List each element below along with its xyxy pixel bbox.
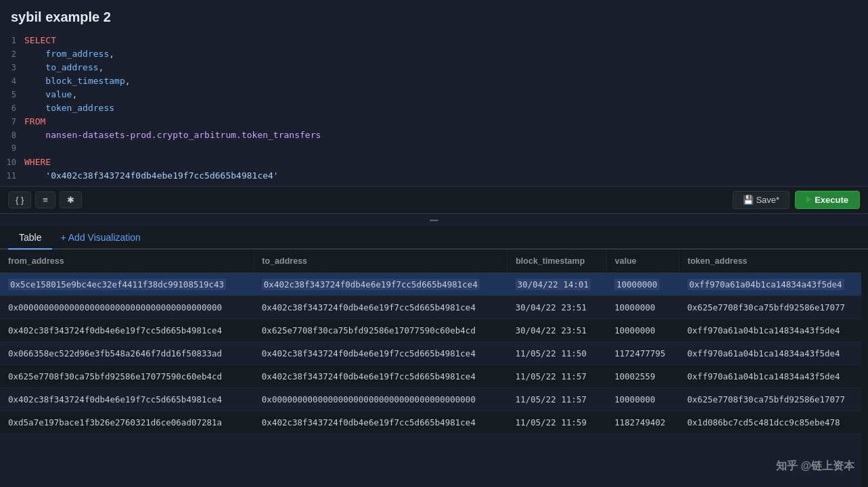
col-token-address: token_address — [679, 250, 868, 273]
line-content: FROM — [24, 116, 45, 126]
line-number: 10 — [0, 158, 24, 167]
line-content: '0x402c38f343724f0db4ebe19f7cc5d665b4981… — [24, 170, 279, 181]
table-row[interactable]: 0xd5a7e197bace1f3b26e2760321d6ce06ad0728… — [0, 411, 868, 434]
vertical-scrollbar[interactable] — [861, 250, 868, 487]
code-line-4: 4 block_timestamp, — [0, 75, 868, 89]
line-content: SELECT — [24, 35, 56, 45]
cell-block_timestamp: 11/05/22 11:57 — [507, 365, 607, 388]
cell-token_address: 0xff970a61a04b1ca14834a43f5de4 — [679, 365, 868, 388]
toolbar-right: 💾 Save* Execute — [733, 191, 860, 209]
results-tabs: Table + Add Visualization — [0, 227, 868, 250]
cell-to_address: 0x625e7708f30ca75bfd92586e17077590c60eb4… — [254, 319, 507, 342]
toolbar: { } ≡ ✱ 💾 Save* Execute — [0, 187, 868, 214]
table-body: 0x5ce158015e9bc4ec32ef4411f38dc99108519c… — [0, 273, 868, 434]
line-number: 4 — [0, 76, 24, 86]
cell-value: 10000000 — [606, 388, 679, 411]
cell-value: 1182749402 — [606, 411, 679, 434]
line-number: 5 — [0, 90, 24, 99]
cell-block_timestamp: 11/05/22 11:57 — [507, 388, 607, 411]
cell-value: 10002559 — [606, 365, 679, 388]
code-line-6: 6 token_address — [0, 102, 868, 116]
table-header-row: from_address to_address block_timestamp … — [0, 250, 868, 273]
table-area[interactable]: from_address to_address block_timestamp … — [0, 250, 868, 487]
add-visualization-button[interactable]: + Add Visualization — [52, 227, 148, 248]
line-number: 7 — [0, 117, 24, 126]
code-line-7: 7FROM — [0, 116, 868, 129]
cell-token_address: 0x625e7708f30ca75bfd92586e17077 — [679, 388, 868, 411]
code-line-2: 2 from_address, — [0, 48, 868, 62]
cell-from_address: 0x625e7708f30ca75bfd92586e17077590c60eb4… — [0, 365, 254, 388]
cell-token_address: 0xff970a61a04b1ca14834a43f5de4 — [679, 342, 868, 365]
line-number: 11 — [0, 171, 24, 181]
col-from-address: from_address — [0, 250, 254, 273]
execute-label: Execute — [815, 195, 848, 205]
col-block-timestamp: block_timestamp — [507, 250, 607, 273]
line-content: value, — [24, 89, 77, 99]
cell-token_address: 0xff970a61a04b1ca14834a43f5de4 — [679, 273, 868, 296]
cell-block_timestamp: 11/05/22 11:50 — [507, 342, 607, 365]
tab-table[interactable]: Table — [8, 227, 52, 250]
line-number: 3 — [0, 63, 24, 72]
table-row[interactable]: 0x066358ec522d96e3fb548a2646f7dd16f50833… — [0, 342, 868, 365]
cell-value: 10000000 — [606, 273, 679, 296]
cell-from_address: 0x402c38f343724f0db4e6e19f7cc5d665b4981c… — [0, 319, 254, 342]
cell-from_address: 0x402c38f343724f0db4e6e19f7cc5d665b4981c… — [0, 388, 254, 411]
cell-token_address: 0x1d086bc7cd5c481dcc9c85ebe478 — [679, 411, 868, 434]
line-number: 2 — [0, 49, 24, 59]
line-content: WHERE — [24, 157, 51, 167]
cell-to_address: 0x402c38f343724f0db4e6e19f7cc5d665b4981c… — [254, 411, 507, 434]
format-list-button[interactable]: ≡ — [35, 191, 55, 208]
cell-block_timestamp: 30/04/22 23:51 — [507, 319, 607, 342]
cell-block_timestamp: 30/04/22 14:01 — [507, 273, 607, 296]
line-number: 6 — [0, 103, 24, 113]
cell-to_address: 0x402c38f343724f0db4e6e19f7cc5d665b4981c… — [254, 365, 507, 388]
watermark: 知乎 @链上资本 — [776, 459, 854, 473]
code-line-1: 1SELECT — [0, 34, 868, 48]
cell-to_address: 0x402c38f343724f0db4e6e19f7cc5d665b4981c… — [254, 342, 507, 365]
cell-value: 1172477795 — [606, 342, 679, 365]
line-content: nansen-datasets-prod.crypto_arbitrum.tok… — [24, 130, 321, 140]
cell-from_address: 0x5ce158015e9bc4ec32ef4411f38dc99108519c… — [0, 273, 254, 296]
cell-to_address: 0x402c38f343724f0db4e6e19f7cc5d665b4981c… — [254, 296, 507, 319]
table-row[interactable]: 0x00000000000000000000000000000000000000… — [0, 296, 868, 319]
toolbar-left: { } ≡ ✱ — [8, 191, 82, 208]
col-to-address: to_address — [254, 250, 507, 273]
code-line-9: 9 — [0, 143, 868, 156]
line-number: 9 — [0, 143, 24, 153]
cell-to_address: 0x00000000000000000000000000000000000000… — [254, 388, 507, 411]
code-line-8: 8 nansen-datasets-prod.crypto_arbitrum.t… — [0, 129, 868, 143]
cell-block_timestamp: 30/04/22 23:51 — [507, 296, 607, 319]
drag-handle[interactable]: ━━ — [0, 214, 868, 227]
cell-from_address: 0x066358ec522d96e3fb548a2646f7dd16f50833… — [0, 342, 254, 365]
execute-icon — [806, 196, 812, 203]
cell-value: 10000000 — [606, 319, 679, 342]
format-star-button[interactable]: ✱ — [60, 191, 82, 208]
save-icon: 💾 — [743, 195, 754, 205]
table-row[interactable]: 0x402c38f343724f0db4e6e19f7cc5d665b4981c… — [0, 319, 868, 342]
page-title: sybil example 2 — [0, 0, 868, 32]
code-line-11: 11 '0x402c38f343724f0db4ebe19f7cc5d665b4… — [0, 170, 868, 183]
line-content: token_address — [24, 103, 114, 113]
cell-token_address: 0xff970a61a04b1ca14834a43f5de4 — [679, 319, 868, 342]
code-lines: 1SELECT2 from_address,3 to_address,4 blo… — [0, 32, 868, 186]
line-content: from_address, — [24, 49, 114, 59]
code-line-5: 5 value, — [0, 89, 868, 102]
table-row[interactable]: 0x5ce158015e9bc4ec32ef4411f38dc99108519c… — [0, 273, 868, 296]
line-number: 8 — [0, 131, 24, 140]
cell-from_address: 0x00000000000000000000000000000000000000… — [0, 296, 254, 319]
format-json-button[interactable]: { } — [8, 191, 31, 208]
line-content: block_timestamp, — [24, 76, 131, 86]
code-line-3: 3 to_address, — [0, 62, 868, 75]
save-button[interactable]: 💾 Save* — [733, 191, 790, 209]
cell-value: 10000000 — [606, 296, 679, 319]
results-table: from_address to_address block_timestamp … — [0, 250, 868, 434]
table-row[interactable]: 0x625e7708f30ca75bfd92586e17077590c60eb4… — [0, 365, 868, 388]
line-content: to_address, — [24, 62, 104, 72]
execute-button[interactable]: Execute — [795, 191, 860, 209]
table-row[interactable]: 0x402c38f343724f0db4e6e19f7cc5d665b4981c… — [0, 388, 868, 411]
code-line-10: 10WHERE — [0, 156, 868, 170]
save-label: Save* — [756, 195, 779, 205]
cell-block_timestamp: 11/05/22 11:59 — [507, 411, 607, 434]
code-editor[interactable]: 1SELECT2 from_address,3 to_address,4 blo… — [0, 32, 868, 187]
cell-to_address: 0x402c38f343724f0db4e6e19f7cc5d665b4981c… — [254, 273, 507, 296]
